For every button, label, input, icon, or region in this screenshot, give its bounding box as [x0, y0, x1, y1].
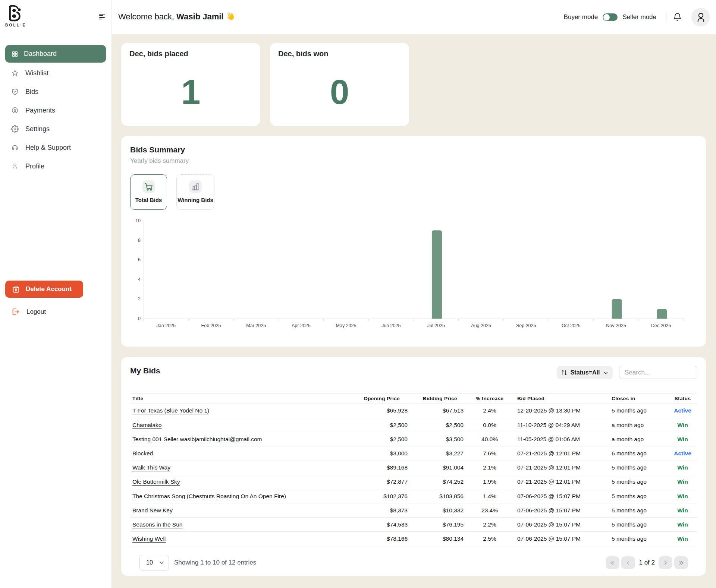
svg-text:Nov 2025: Nov 2025 — [606, 323, 626, 328]
svg-text:Jul 2025: Jul 2025 — [427, 323, 445, 328]
svg-text:Apr 2025: Apr 2025 — [292, 323, 311, 328]
svg-text:2: 2 — [138, 296, 141, 301]
svg-text:Sep 2025: Sep 2025 — [516, 323, 536, 328]
svg-text:6: 6 — [138, 257, 141, 262]
svg-text:Jun 2025: Jun 2025 — [381, 323, 401, 328]
svg-text:Aug 2025: Aug 2025 — [471, 323, 491, 328]
svg-text:Oct 2025: Oct 2025 — [562, 323, 581, 328]
svg-text:Jan 2025: Jan 2025 — [157, 323, 176, 328]
svg-text:Mar 2025: Mar 2025 — [246, 323, 266, 328]
svg-text:Feb 2025: Feb 2025 — [201, 323, 221, 328]
svg-text:4: 4 — [138, 277, 141, 282]
svg-text:0: 0 — [138, 316, 141, 321]
svg-text:10: 10 — [135, 218, 141, 223]
svg-text:May 2025: May 2025 — [336, 323, 357, 328]
svg-text:8: 8 — [138, 238, 141, 243]
svg-text:Dec 2025: Dec 2025 — [651, 323, 671, 328]
